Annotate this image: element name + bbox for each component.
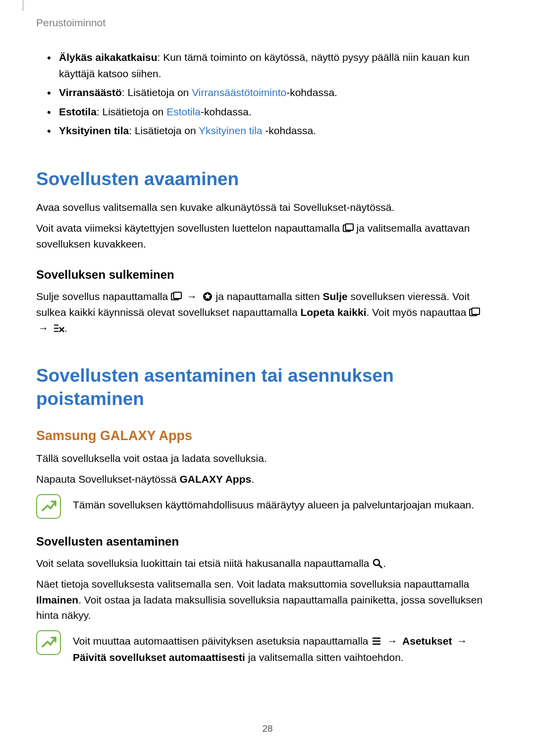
text: : Lisätietoja on bbox=[122, 87, 192, 98]
text: . bbox=[251, 473, 254, 485]
subsection-heading: Sovelluksen sulkeminen bbox=[36, 268, 499, 282]
svg-line-13 bbox=[379, 565, 382, 568]
text: Voit avata viimeksi käytettyjen sovellus… bbox=[36, 222, 343, 234]
menu-icon bbox=[371, 636, 382, 646]
text: Sulje sovellus napauttamalla bbox=[36, 291, 171, 302]
recent-apps-icon bbox=[469, 307, 480, 317]
recent-apps-icon bbox=[343, 223, 354, 233]
text: . Voit myös napauttaa bbox=[367, 306, 470, 318]
arrow-icon: → bbox=[38, 320, 49, 336]
search-icon bbox=[372, 558, 383, 568]
list-item: Yksityinen tila: Lisätietoja on Yksityin… bbox=[47, 123, 499, 139]
subsection-heading: Samsung GALAXY Apps bbox=[36, 428, 499, 444]
arrow-icon: → bbox=[387, 633, 397, 650]
arrow-icon: → bbox=[457, 633, 467, 650]
text: . Voit ostaa ja ladata maksullisia sovel… bbox=[36, 594, 482, 621]
task-manager-icon bbox=[202, 292, 213, 302]
note-text: Tämän sovelluksen käyttömahdollisuus mää… bbox=[73, 494, 499, 513]
manual-page: Perustoiminnot Älykäs aikakatkaisu: Kun … bbox=[0, 0, 535, 756]
ui-label: Lopeta kaikki bbox=[300, 306, 366, 318]
text: : Lisätietoja on bbox=[97, 106, 166, 117]
list-item: Älykäs aikakatkaisu: Kun tämä toiminto o… bbox=[47, 50, 499, 82]
text: : Lisätietoja on bbox=[129, 125, 199, 136]
ui-label: Sulje bbox=[323, 291, 348, 302]
ui-label: Asetukset bbox=[402, 635, 452, 647]
breadcrumb: Perustoiminnot bbox=[36, 17, 106, 29]
text: . bbox=[64, 322, 67, 334]
list-item: Estotila: Lisätietoja on Estotila-kohdas… bbox=[47, 104, 499, 120]
feature-name: Yksityinen tila bbox=[59, 125, 129, 136]
cross-ref-link[interactable]: Yksityinen tila bbox=[199, 125, 262, 136]
paragraph: Voit selata sovelluksia luokittain tai e… bbox=[36, 555, 499, 571]
paragraph: Tällä sovelluksella voit ostaa ja ladata… bbox=[36, 451, 499, 466]
section-heading: Sovellusten avaaminen bbox=[36, 168, 499, 191]
paragraph: Avaa sovellus valitsemalla sen kuvake al… bbox=[36, 200, 499, 215]
close-all-icon bbox=[54, 323, 64, 333]
text: ja napauttamalla sitten bbox=[216, 291, 323, 302]
paragraph: Sulje sovellus napauttamalla → ja napaut… bbox=[36, 289, 499, 336]
page-edge-mark bbox=[23, 0, 23, 11]
cross-ref-link[interactable]: Virransäästötoiminto bbox=[192, 87, 286, 98]
text: -kohdassa. bbox=[286, 87, 337, 98]
ui-label: Ilmainen bbox=[36, 594, 78, 605]
recent-apps-icon bbox=[171, 292, 182, 302]
page-content: Älykäs aikakatkaisu: Kun tämä toiminto o… bbox=[36, 50, 499, 670]
text: Näet tietoja sovelluksesta valitsemalla … bbox=[36, 578, 469, 590]
ui-label: GALAXY Apps bbox=[180, 473, 252, 485]
paragraph: Voit avata viimeksi käytettyjen sovellus… bbox=[36, 220, 499, 252]
text: Voit selata sovelluksia luokittain tai e… bbox=[36, 557, 372, 569]
note-block: Voit muuttaa automaattisen päivityksen a… bbox=[36, 630, 499, 665]
note-block: Tämän sovelluksen käyttömahdollisuus mää… bbox=[36, 494, 499, 519]
cross-ref-link[interactable]: Estotila bbox=[166, 106, 201, 117]
svg-rect-6 bbox=[472, 308, 480, 314]
svg-rect-1 bbox=[345, 224, 353, 230]
ui-label: Päivitä sovellukset automaattisesti bbox=[73, 652, 245, 663]
subsection-heading: Sovellusten asentaminen bbox=[36, 535, 499, 549]
svg-rect-3 bbox=[174, 292, 182, 299]
feature-name: Älykäs aikakatkaisu bbox=[59, 51, 157, 63]
feature-bullet-list: Älykäs aikakatkaisu: Kun tämä toiminto o… bbox=[47, 50, 499, 139]
paragraph: Näet tietoja sovelluksesta valitsemalla … bbox=[36, 576, 499, 624]
note-icon bbox=[36, 494, 61, 519]
arrow-icon: → bbox=[187, 289, 197, 304]
text: Napauta Sovellukset-näytössä bbox=[36, 473, 180, 485]
text: Voit muuttaa automaattisen päivityksen a… bbox=[73, 635, 371, 647]
section-heading: Sovellusten asentaminen tai asennuksen p… bbox=[36, 364, 499, 410]
text: -kohdassa. bbox=[263, 125, 317, 136]
list-item: Virransäästö: Lisätietoja on Virransääst… bbox=[47, 85, 499, 101]
note-text: Voit muuttaa automaattisen päivityksen a… bbox=[73, 630, 499, 665]
note-icon bbox=[36, 630, 61, 655]
feature-name: Estotila bbox=[59, 106, 97, 117]
paragraph: Napauta Sovellukset-näytössä GALAXY Apps… bbox=[36, 471, 499, 487]
page-number: 28 bbox=[0, 723, 535, 734]
text: ja valitsemalla sitten vaihtoehdon. bbox=[245, 652, 404, 663]
text: . bbox=[383, 557, 386, 569]
feature-name: Virransäästö bbox=[59, 87, 122, 98]
text: -kohdassa. bbox=[201, 106, 252, 117]
